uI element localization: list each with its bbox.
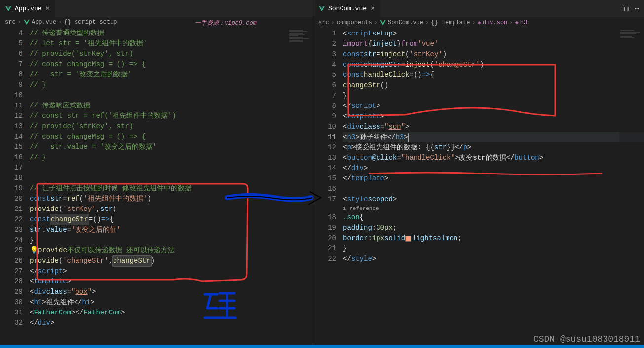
chevron-right-icon: › [472, 19, 475, 26]
bc-div[interactable]: ◈ div.son [478, 19, 508, 26]
minimap[interactable] [288, 27, 313, 345]
right-breadcrumb[interactable]: src › components › SonCom.vue › {} templ… [313, 17, 644, 28]
bc-template[interactable]: {} template [431, 19, 470, 26]
bc-file[interactable]: SonCom.vue [379, 19, 423, 26]
chevron-right-icon: › [331, 19, 335, 26]
minimap[interactable] [619, 28, 644, 345]
split-editor-icon[interactable]: ▯▯ [622, 4, 630, 13]
right-tabbar: SonCom.vue × ▯▯ ⋯ [313, 0, 644, 17]
tab-soncom-vue[interactable]: SonCom.vue × [313, 0, 381, 17]
left-code[interactable]: // 传递普通类型的数据// let str = '祖先组件中的数据'// pr… [30, 27, 313, 345]
left-editor-pane: App.vue × src › App.vue › {} script setu… [0, 0, 313, 345]
csdn-watermark: CSDN @susu1083018911 [533, 334, 640, 344]
left-code-area[interactable]: 4567891011121314151617181920212223242526… [0, 27, 313, 345]
left-gutter: 4567891011121314151617181920212223242526… [0, 27, 30, 345]
right-gutter: 12345678910111213141516171819202122 [313, 28, 343, 345]
tab-actions: ▯▯ ⋯ [622, 4, 644, 13]
right-code[interactable]: <script setup>import { inject } from 'vu… [343, 28, 644, 345]
bc-components[interactable]: components [337, 19, 372, 26]
bc-src[interactable]: src [318, 19, 329, 26]
vue-icon [318, 5, 325, 12]
tab-app-vue[interactable]: App.vue × [0, 0, 56, 17]
tab-label: App.vue [15, 5, 42, 12]
watermark-text: 一手资源：vipc9.com [195, 19, 257, 27]
chevron-right-icon: › [425, 19, 429, 26]
left-breadcrumb[interactable]: src › App.vue › {} script setup [0, 17, 313, 27]
chevron-right-icon: › [509, 19, 513, 26]
right-editor-pane: SonCom.vue × ▯▯ ⋯ src › components › Son… [313, 0, 644, 345]
bc-src[interactable]: src [5, 19, 16, 26]
editor-split: App.vue × src › App.vue › {} script setu… [0, 0, 644, 345]
close-icon[interactable]: × [370, 5, 376, 12]
bc-h3[interactable]: ◈ h3 [515, 19, 528, 26]
bc-scope[interactable]: {} script setup [64, 19, 117, 26]
close-icon[interactable]: × [45, 5, 51, 12]
chevron-right-icon: › [58, 19, 62, 26]
more-icon[interactable]: ⋯ [635, 4, 639, 13]
left-tabbar: App.vue × [0, 0, 313, 17]
bc-file[interactable]: App.vue [23, 19, 56, 26]
tab-label: SonCom.vue [328, 5, 367, 12]
vue-icon [5, 5, 12, 12]
right-code-area[interactable]: 12345678910111213141516171819202122 <scr… [313, 28, 644, 345]
status-bar[interactable] [0, 345, 644, 348]
chevron-right-icon: › [374, 19, 378, 26]
vue-icon [23, 19, 30, 26]
vue-icon [379, 19, 386, 26]
chevron-right-icon: › [18, 19, 21, 26]
